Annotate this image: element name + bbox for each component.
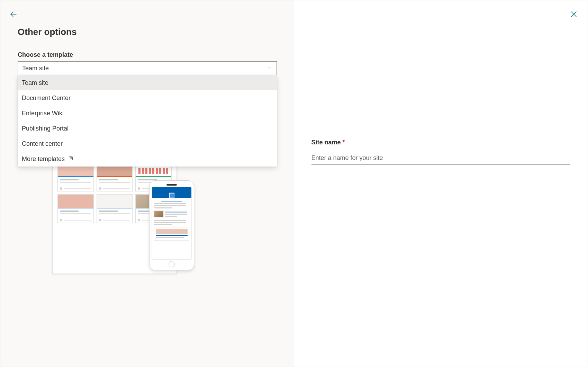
template-option-label: Content center — [22, 140, 63, 147]
site-name-label: Site name * — [311, 139, 571, 146]
mobile-preview-mock — [149, 180, 194, 270]
template-option-label: Publishing Portal — [22, 125, 69, 132]
template-option-document-center[interactable]: Document Center — [18, 90, 277, 106]
back-button[interactable] — [9, 10, 18, 20]
site-name-input[interactable] — [311, 152, 571, 165]
close-icon — [570, 10, 578, 18]
template-select[interactable]: Team site Team site Document Center Ente… — [18, 61, 277, 75]
chevron-down-icon — [268, 65, 272, 72]
right-panel: Site name * — [294, 0, 588, 367]
template-option-label: Document Center — [22, 95, 71, 102]
site-form: Site name * — [311, 139, 571, 165]
page-title: Other options — [18, 27, 277, 37]
template-option-more-templates[interactable]: More templates — [18, 151, 277, 167]
template-dropdown: Team site Document Center Enterprise Wik… — [18, 75, 277, 167]
left-panel: Other options Choose a template Team sit… — [0, 0, 294, 367]
required-indicator: * — [343, 139, 345, 146]
template-option-label: More templates — [22, 155, 65, 163]
site-name-label-text: Site name — [311, 139, 341, 146]
template-label: Choose a template — [18, 51, 277, 59]
arrow-left-icon — [9, 10, 18, 18]
template-option-label: Team site — [22, 79, 48, 87]
template-select-value: Team site — [22, 65, 49, 72]
svg-line-2 — [70, 158, 72, 159]
template-option-team-site[interactable]: Team site — [18, 75, 277, 90]
close-button[interactable] — [570, 10, 578, 20]
open-in-new-window-icon — [68, 155, 73, 163]
template-option-enterprise-wiki[interactable]: Enterprise Wiki — [18, 106, 277, 121]
template-select-display[interactable]: Team site — [18, 61, 277, 75]
create-site-dialog: Other options Choose a template Team sit… — [0, 0, 588, 367]
template-option-content-center[interactable]: Content center — [18, 136, 277, 151]
template-option-publishing-portal[interactable]: Publishing Portal — [18, 121, 277, 136]
template-option-label: Enterprise Wiki — [22, 110, 64, 117]
